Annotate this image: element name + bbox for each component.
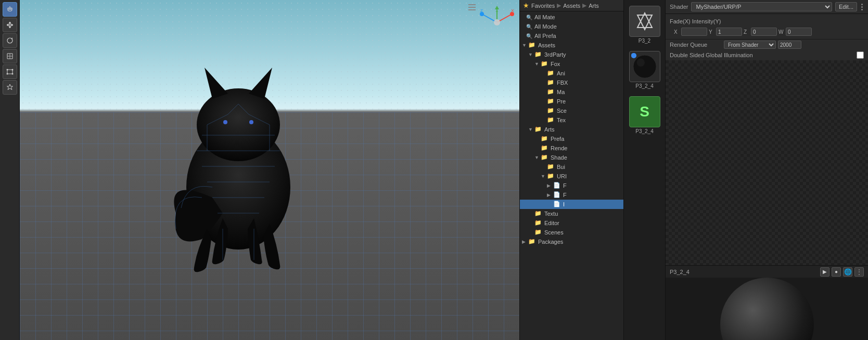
- tree-scenes[interactable]: 📁 Scenes: [520, 228, 623, 237]
- tree-label-3rdparty: 3rdParty: [544, 51, 566, 58]
- folder-icon-ma: 📁: [547, 88, 555, 96]
- z-input[interactable]: [751, 28, 777, 36]
- folder-icon-fox: 📁: [541, 60, 549, 68]
- folder-icon-sce: 📁: [547, 107, 555, 114]
- double-sided-row: Double Sided Global Illumination: [666, 50, 868, 60]
- vector-fields: X Y Z W: [674, 28, 864, 36]
- inspector-spacer: [666, 60, 868, 265]
- tree-arrow-uri: ▼: [541, 174, 547, 179]
- thumb-p3-2-4-sphere[interactable]: P3_2_4: [627, 49, 662, 90]
- tree-assets-root[interactable]: ▼ 📁 Assets: [520, 41, 623, 50]
- folder-icon-editor: 📁: [534, 219, 543, 227]
- tree-arrow-assets: ▼: [522, 43, 528, 48]
- render-queue-dropdown[interactable]: From Shader: [724, 41, 776, 49]
- file-icon-f1: 📄: [553, 182, 561, 189]
- tree-3rdparty[interactable]: ▼ 📁 3rdParty: [520, 50, 623, 59]
- tree-packages[interactable]: ▶ 📁 Packages: [520, 237, 623, 246]
- x-input[interactable]: [681, 28, 707, 36]
- checkered-bg: [666, 60, 868, 265]
- breadcrumb-assets: Assets: [563, 3, 580, 9]
- svg-text:Z: Z: [480, 8, 483, 13]
- thumb-p3-2-4-image: [629, 51, 660, 82]
- tree-file-f1[interactable]: ▶ 📄 F: [520, 181, 623, 190]
- render-queue-number[interactable]: [778, 41, 801, 49]
- tree-fox[interactable]: ▼ 📁 Fox: [520, 59, 623, 69]
- scene-gizmo[interactable]: Y X Z: [479, 4, 515, 41]
- folder-icon-bui: 📁: [547, 163, 555, 171]
- record-button[interactable]: ●: [832, 267, 841, 277]
- rotate-tool-button[interactable]: [3, 33, 17, 48]
- tree-fbx[interactable]: 📁 FBX: [520, 78, 623, 87]
- fav-all-models-label: All Mode: [534, 23, 557, 30]
- tree-label-packages: Packages: [538, 239, 563, 245]
- transform-tool-button[interactable]: [3, 80, 17, 95]
- shader-edit-button[interactable]: Edit...: [835, 2, 857, 11]
- folder-icon-prefa: 📁: [541, 135, 549, 142]
- thumb-p3-2-4-shader-label: P3_2_4: [635, 128, 653, 134]
- tree-editor[interactable]: 📁 Editor: [520, 218, 623, 228]
- fav-all-prefabs[interactable]: 🔍 All Prefa: [520, 31, 623, 41]
- svg-marker-27: [495, 6, 499, 9]
- globe-button[interactable]: 🌐: [843, 267, 852, 277]
- tree-file-f2[interactable]: ▶ 📄 F: [520, 190, 623, 200]
- tree-label-f1: F: [563, 182, 567, 189]
- tree-bui[interactable]: 📁 Bui: [520, 162, 623, 172]
- x-label: X: [674, 29, 680, 35]
- viewport-menu-button[interactable]: [466, 2, 478, 12]
- thumb-p3-2-4-shader[interactable]: S P3_2_4: [627, 95, 662, 136]
- svg-marker-9: [249, 68, 272, 99]
- folder-icon-shade: 📁: [541, 154, 549, 161]
- scene-viewport[interactable]: Y X Z: [20, 0, 519, 340]
- more-button[interactable]: ⋮: [854, 267, 864, 277]
- z-field: Z: [744, 28, 777, 36]
- fav-all-materials[interactable]: 🔍 All Mate: [520, 12, 623, 22]
- tree-arrow-shade: ▼: [534, 155, 541, 160]
- tree-arrow-fox: ▼: [534, 61, 541, 67]
- tree-label-fox: Fox: [551, 61, 560, 67]
- tree-textu[interactable]: 📁 Textu: [520, 209, 623, 218]
- project-panel-header: ★ Favorites ▶ Assets ▶ Arts: [520, 0, 623, 11]
- folder-icon-fbx: 📁: [547, 79, 555, 86]
- fav-all-models[interactable]: 🔍 All Mode: [520, 22, 623, 31]
- tree-sce[interactable]: 📁 Sce: [520, 106, 623, 115]
- fav-all-prefabs-label: All Prefa: [534, 33, 556, 39]
- play-button[interactable]: ▶: [820, 267, 829, 277]
- y-input[interactable]: [716, 28, 742, 36]
- fade-label: Fade(X) Intensity(Y): [670, 18, 732, 24]
- thumb-p3-2[interactable]: P3_2: [627, 4, 662, 45]
- tree-uri[interactable]: ▼ 📁 URI: [520, 172, 623, 181]
- svg-point-40: [636, 59, 644, 67]
- shader-dropdown[interactable]: MyShader/URP/P: [691, 2, 832, 11]
- tree-shade[interactable]: ▼ 📁 Shade: [520, 153, 623, 162]
- svg-point-4: [6, 73, 8, 75]
- move-tool-button[interactable]: [3, 18, 17, 32]
- rect-tool-button[interactable]: [3, 64, 17, 79]
- fade-intensity-row: Fade(X) Intensity(Y): [670, 16, 864, 27]
- file-tree-scroll[interactable]: 🔍 All Mate 🔍 All Mode 🔍 All Prefa ▼ 📁 As…: [520, 11, 623, 340]
- tree-ani[interactable]: 📁 Ani: [520, 69, 623, 78]
- inspector-menu-button[interactable]: [860, 3, 864, 11]
- folder-icon-uri: 📁: [547, 173, 555, 180]
- tree-file-i[interactable]: 📄 I: [520, 200, 623, 209]
- svg-point-24: [223, 120, 227, 124]
- tree-arrow-f2: ▶: [547, 192, 553, 198]
- double-sided-checkbox[interactable]: [857, 51, 864, 59]
- tree-rende[interactable]: 📁 Rende: [520, 143, 623, 153]
- tree-tex[interactable]: 📁 Tex: [520, 115, 623, 125]
- tree-ma[interactable]: 📁 Ma: [520, 87, 623, 97]
- tree-label-uri: URI: [557, 173, 567, 179]
- scale-tool-button[interactable]: [3, 49, 17, 63]
- breadcrumb-favorites: Favorites: [531, 3, 555, 9]
- search-icon: 🔍: [526, 15, 532, 20]
- hand-tool-button[interactable]: [3, 2, 17, 17]
- tree-prefa[interactable]: 📁 Prefa: [520, 134, 623, 143]
- tree-arts[interactable]: ▼ 📁 Arts: [520, 125, 623, 134]
- svg-point-25: [249, 120, 253, 124]
- tree-label-arts: Arts: [544, 126, 555, 133]
- svg-marker-8: [205, 68, 228, 99]
- w-input[interactable]: [786, 28, 812, 36]
- tree-arrow-f1: ▶: [547, 183, 553, 188]
- tree-label-textu: Textu: [544, 211, 558, 217]
- p3-play-bar: P3_2_4 ▶ ● 🌐 ⋮: [666, 265, 868, 278]
- tree-pre[interactable]: 📁 Pre: [520, 97, 623, 106]
